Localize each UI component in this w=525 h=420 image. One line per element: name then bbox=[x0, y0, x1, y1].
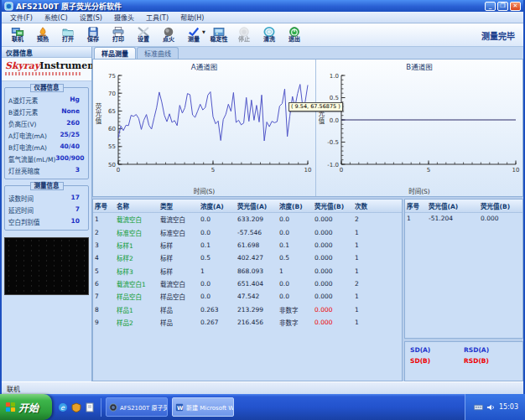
cell-name: 载流空白1 bbox=[115, 277, 159, 290]
cell-conc-b: 非数字 bbox=[278, 303, 313, 316]
svg-text:-1.0: -1.0 bbox=[327, 162, 339, 169]
toolbar-button-测量[interactable]: ▼测量 bbox=[181, 24, 206, 46]
toolbar-button-label: 打开 bbox=[62, 37, 74, 43]
menu-item[interactable]: 文件(F) bbox=[5, 12, 38, 23]
ie-icon[interactable]: e bbox=[58, 402, 68, 412]
cell-times: 1 bbox=[353, 239, 402, 251]
instrument-field: B灯电流(mA)40/40 bbox=[8, 141, 86, 153]
app-icon bbox=[4, 2, 13, 11]
field-label: A灯电流(mA) bbox=[8, 131, 47, 140]
cell-no: 1 bbox=[93, 213, 115, 226]
instrument-field: 灯丝亮暗度3 bbox=[8, 164, 86, 176]
cell-conc-b: 0.5 bbox=[278, 251, 313, 264]
status-bar: 联机 bbox=[2, 381, 523, 394]
taskbar-task-button[interactable]: AFS2100T 原子荧光 bbox=[106, 397, 168, 417]
toolbar-button-保存[interactable]: 保存 bbox=[81, 24, 106, 46]
channel-column-header: 序号 bbox=[405, 200, 427, 213]
shield-icon[interactable] bbox=[71, 402, 81, 412]
speaker-icon[interactable] bbox=[486, 403, 496, 412]
chart-channel-b: B通道图 荧光值 -1.0-0.50.00.51.00510 时间(S) bbox=[316, 60, 522, 196]
keyboard-icon[interactable] bbox=[474, 403, 483, 412]
table-row[interactable]: 8样品1样品0.263213.299非数字0.0001 bbox=[93, 303, 402, 316]
task-label: AFS2100T 原子荧光 bbox=[120, 403, 168, 412]
table-row[interactable]: 2标准空白标准空白0.0-57.5460.00.0001 bbox=[93, 226, 402, 238]
table-row[interactable]: 7样品空白样品空白0.047.5420.00.0001 bbox=[93, 290, 402, 303]
cell-type: 标准空白 bbox=[159, 226, 199, 238]
cell-conc-a: 0.5 bbox=[199, 251, 236, 264]
tab-样品测量[interactable]: 样品测量 bbox=[94, 47, 136, 59]
toolbar-button-点火[interactable]: 点火 bbox=[156, 24, 181, 46]
main-content: 样品测量标准曲线 A通道图 荧光值 5055606570750510 时间(S)… bbox=[92, 47, 523, 381]
cell-fluor-b: 0.000 bbox=[313, 290, 353, 303]
toolbar-button-预热[interactable]: 预热 bbox=[30, 24, 55, 46]
menu-item[interactable]: 系统(C) bbox=[39, 12, 73, 23]
toolbar-button-打印[interactable]: 打印 bbox=[106, 24, 131, 46]
lens-icon bbox=[109, 403, 117, 412]
instrument-field: 氩气流量(mL/M)300/900 bbox=[8, 153, 86, 164]
document-icon[interactable] bbox=[85, 402, 95, 412]
menu-item[interactable]: 设置(S) bbox=[75, 12, 107, 23]
toolbar-button-设置[interactable]: 设置 bbox=[131, 24, 156, 46]
table-row[interactable]: 6载流空白1载流空白0.0651.4040.00.0002 bbox=[93, 277, 402, 290]
toolbar-button-稳定性[interactable]: 稳定性 bbox=[206, 24, 231, 46]
toolbar-button-联机[interactable]: 联机 bbox=[5, 24, 30, 46]
field-label: B道灯元素 bbox=[8, 107, 38, 117]
results-column-header: 名称 bbox=[115, 200, 159, 213]
table-row[interactable]: 9样品2样品0.267216.456非数字0.0001 bbox=[93, 316, 402, 329]
cell-no: 6 bbox=[93, 277, 115, 290]
cell-conc-b: 非数字 bbox=[278, 316, 313, 329]
cell-conc-a: 0.0 bbox=[199, 213, 236, 226]
cell-type: 样品空白 bbox=[159, 290, 199, 303]
measure-field: 空白判别值10 bbox=[8, 215, 86, 227]
maximize-button[interactable]: ❐ bbox=[497, 2, 508, 11]
svg-text:5: 5 bbox=[211, 167, 215, 174]
table-row[interactable]: 4标样2标样0.5402.4270.50.0001 bbox=[93, 251, 402, 264]
menu-item[interactable]: 帮助(H) bbox=[175, 12, 209, 23]
cell-fluor-a: 216.456 bbox=[236, 316, 278, 329]
cell-conc-a: 0.267 bbox=[199, 316, 236, 329]
svg-text:0.0: 0.0 bbox=[330, 117, 339, 124]
cell-no: 2 bbox=[93, 226, 115, 238]
cell-type: 样品 bbox=[159, 303, 199, 316]
tab-标准曲线[interactable]: 标准曲线 bbox=[137, 47, 179, 59]
cell-no: 4 bbox=[93, 251, 115, 264]
close-button[interactable]: ✕ bbox=[510, 2, 521, 11]
cell-fluor-a: -51.204 bbox=[427, 213, 479, 225]
measure-field: 延迟时间7 bbox=[8, 204, 86, 215]
start-button[interactable]: 开始 bbox=[0, 394, 52, 420]
field-label: 灯丝亮暗度 bbox=[8, 166, 40, 175]
menu-item[interactable]: 工具(T) bbox=[141, 12, 174, 23]
svg-text:10: 10 bbox=[512, 167, 520, 174]
brand-logo: SkyrayInstrument bbox=[2, 58, 91, 81]
results-table: 序号名称类型浓度(A)荧光值(A)浓度(B)荧光值(B)次数 1载流空白载流空白… bbox=[93, 200, 402, 329]
svg-text:5: 5 bbox=[427, 167, 430, 174]
tables-row: 序号名称类型浓度(A)荧光值(A)浓度(B)荧光值(B)次数 1载流空白载流空白… bbox=[92, 197, 523, 381]
results-column-header: 荧光值(A) bbox=[236, 200, 278, 213]
cell-conc-a: 0.0 bbox=[199, 290, 236, 303]
table-row[interactable]: 5标样3标样1868.09310.0001 bbox=[93, 265, 402, 277]
channel-row[interactable]: 1-51.2040.000 bbox=[405, 213, 522, 225]
taskbar-task-button[interactable]: W新建 Microsoft W... bbox=[172, 397, 234, 417]
field-value: None bbox=[61, 107, 85, 117]
toolbar-button-停止: 停止 bbox=[231, 24, 257, 46]
toolbar-button-打开[interactable]: 打开 bbox=[55, 24, 81, 46]
table-row[interactable]: 1载流空白载流空白0.0633.2090.00.0002 bbox=[93, 213, 402, 226]
cell-conc-b: 0.0 bbox=[278, 277, 313, 290]
chart-b-title: B通道图 bbox=[316, 60, 522, 70]
dropdown-arrow-icon[interactable]: ▼ bbox=[202, 29, 205, 34]
measure-info-group: 测量信息 读数时间17延迟时间7空白判别值10 bbox=[4, 185, 89, 231]
measure-field: 读数时间17 bbox=[8, 192, 86, 204]
svg-text:50: 50 bbox=[108, 162, 116, 169]
table-row[interactable]: 3标样1标样0.161.6980.10.0001 bbox=[93, 239, 402, 251]
cell-name: 标样2 bbox=[115, 251, 159, 264]
minimize-button[interactable]: _ bbox=[485, 2, 496, 11]
field-label: 读数时间 bbox=[8, 194, 34, 203]
toolbar-button-label: 测量 bbox=[188, 37, 200, 43]
menu-item[interactable]: 摄像头 bbox=[109, 12, 139, 23]
toolbar-button-退出[interactable]: 退出 bbox=[282, 24, 307, 46]
instrument-info-group: 仪器信息 A道灯元素HgB道灯元素None负高压(V)260A灯电流(mA)25… bbox=[4, 87, 89, 179]
instrument-group-title: 仪器信息 bbox=[30, 84, 64, 92]
chart-a-xlabel: 时间(S) bbox=[93, 186, 315, 195]
chart-channel-a: A通道图 荧光值 5055606570750510 时间(S) bbox=[93, 60, 316, 196]
toolbar-button-清洗[interactable]: 清洗 bbox=[257, 24, 282, 46]
